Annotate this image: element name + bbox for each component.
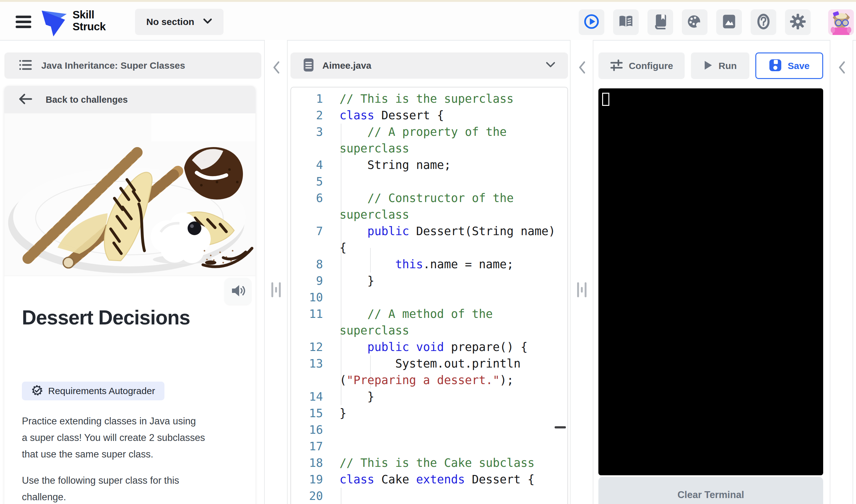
app-window: Skill Struck No section bbox=[0, 0, 856, 504]
challenge-instructions: Use the following super class for thisch… bbox=[22, 472, 244, 504]
line-number: 5 bbox=[291, 175, 323, 188]
code-row: superclass bbox=[291, 322, 567, 339]
line-number: 16 bbox=[291, 423, 323, 436]
autograder-badge: Requirements Autograder bbox=[22, 382, 165, 400]
line-number: 8 bbox=[291, 258, 323, 271]
code-row: 20 bbox=[291, 488, 567, 504]
resize-handle-icon[interactable] bbox=[570, 277, 593, 302]
code-row: { bbox=[291, 239, 567, 256]
code-text: // Constructor of the bbox=[340, 192, 514, 205]
code-row: 17 bbox=[291, 438, 567, 455]
run-label: Run bbox=[718, 60, 737, 71]
line-number: 15 bbox=[291, 407, 323, 420]
code-row: 9 } bbox=[291, 273, 567, 289]
assets-button[interactable] bbox=[716, 10, 742, 35]
run-code-button[interactable] bbox=[579, 10, 604, 35]
audio-button[interactable] bbox=[224, 278, 251, 305]
code-lines: 1// This is the superclass2class Dessert… bbox=[291, 91, 567, 504]
run-button[interactable]: Run bbox=[691, 52, 749, 79]
panel-divider-left bbox=[264, 40, 288, 504]
line-number: 6 bbox=[291, 192, 323, 205]
line-number: 12 bbox=[291, 340, 323, 354]
code-row: 19class Cake extends Dessert { bbox=[291, 471, 567, 488]
brand-name: Skill Struck bbox=[72, 9, 106, 33]
editor-scrollbar[interactable] bbox=[554, 426, 566, 428]
line-number: 3 bbox=[291, 125, 323, 139]
avatar[interactable] bbox=[828, 10, 854, 35]
code-text: } bbox=[340, 390, 374, 403]
line-number: 9 bbox=[291, 274, 323, 288]
line-number: 17 bbox=[291, 440, 323, 453]
settings-button[interactable] bbox=[785, 10, 811, 35]
back-arrow-icon bbox=[18, 93, 33, 106]
challenge-title: Dessert Decisions bbox=[22, 301, 191, 334]
code-row: 12 public void prepare() { bbox=[291, 339, 567, 355]
line-number: 20 bbox=[291, 489, 323, 503]
code-text: System.out.println bbox=[340, 357, 520, 370]
chevron-down-icon bbox=[203, 18, 212, 25]
gear-icon bbox=[790, 14, 806, 31]
section-dropdown[interactable]: No section bbox=[135, 9, 224, 35]
menu-icon[interactable] bbox=[14, 13, 33, 31]
terminal[interactable] bbox=[598, 88, 823, 475]
code-row: ("Preparing a dessert."); bbox=[291, 372, 567, 389]
code-text: public Dessert(String name) bbox=[340, 224, 555, 238]
collapse-right-panel-button[interactable] bbox=[831, 55, 853, 80]
save-icon bbox=[769, 59, 782, 73]
code-text: class Dessert { bbox=[340, 109, 444, 122]
code-text: } bbox=[340, 407, 346, 420]
code-text: this.name = name; bbox=[340, 258, 514, 271]
line-number: 4 bbox=[291, 158, 323, 172]
code-row: superclass bbox=[291, 206, 567, 223]
configure-button[interactable]: Configure bbox=[598, 52, 685, 79]
question-icon bbox=[757, 14, 770, 31]
book-bookmark-icon bbox=[653, 14, 667, 31]
code-text: ("Preparing a dessert."); bbox=[340, 374, 514, 387]
play-circle-icon bbox=[584, 14, 599, 31]
clear-terminal-button[interactable]: Clear Terminal bbox=[598, 477, 823, 504]
back-to-challenges-link[interactable]: Back to challenges bbox=[4, 86, 255, 113]
line-number: 14 bbox=[291, 390, 323, 403]
image-icon bbox=[722, 14, 736, 30]
clear-terminal-label: Clear Terminal bbox=[678, 489, 744, 501]
badge-label: Requirements Autograder bbox=[48, 386, 155, 396]
lesson-title-bar[interactable]: Java Inheritance: Super Classes bbox=[4, 52, 261, 79]
resize-handle-icon[interactable] bbox=[265, 277, 287, 302]
line-number: 19 bbox=[291, 473, 323, 486]
code-row: 7 public Dessert(String name) bbox=[291, 223, 567, 239]
play-icon bbox=[703, 60, 713, 72]
cat-arm bbox=[847, 27, 851, 33]
back-label: Back to challenges bbox=[46, 95, 128, 105]
cat-glasses bbox=[835, 19, 842, 26]
save-button[interactable]: Save bbox=[755, 52, 823, 79]
save-label: Save bbox=[788, 60, 809, 71]
sliders-icon bbox=[610, 59, 623, 72]
code-text: { bbox=[340, 241, 346, 254]
collapse-left-panel-button[interactable] bbox=[265, 55, 287, 80]
challenge-card: Back to challenges bbox=[4, 86, 255, 504]
speaker-icon bbox=[231, 284, 245, 299]
collapse-editor-button[interactable] bbox=[570, 55, 593, 80]
code-row: 5 bbox=[291, 173, 567, 190]
cat-arm bbox=[831, 27, 835, 33]
theme-button[interactable] bbox=[682, 10, 707, 35]
challenge-description: Practice extending classes in Java using… bbox=[22, 413, 244, 463]
file-tab[interactable]: Aimee.java bbox=[290, 52, 568, 79]
code-row: 14 } bbox=[291, 389, 567, 405]
line-number: 2 bbox=[291, 109, 323, 122]
line-number: 10 bbox=[291, 291, 323, 304]
badge-check-icon bbox=[31, 384, 43, 397]
code-row: 10 bbox=[291, 289, 567, 306]
section-dropdown-label: No section bbox=[146, 17, 194, 27]
help-button[interactable] bbox=[751, 10, 776, 35]
code-text: superclass bbox=[340, 142, 409, 155]
glossary-button[interactable] bbox=[648, 10, 673, 35]
curriculum-button[interactable] bbox=[613, 10, 639, 35]
code-text: superclass bbox=[340, 324, 409, 337]
file-icon bbox=[303, 58, 314, 73]
code-text: // A method of the bbox=[340, 307, 493, 321]
code-editor[interactable]: 1// This is the superclass2class Dessert… bbox=[290, 87, 568, 504]
chevron-down-icon[interactable] bbox=[546, 61, 555, 70]
line-number: 13 bbox=[291, 357, 323, 370]
skillstruck-logo[interactable] bbox=[37, 6, 70, 39]
